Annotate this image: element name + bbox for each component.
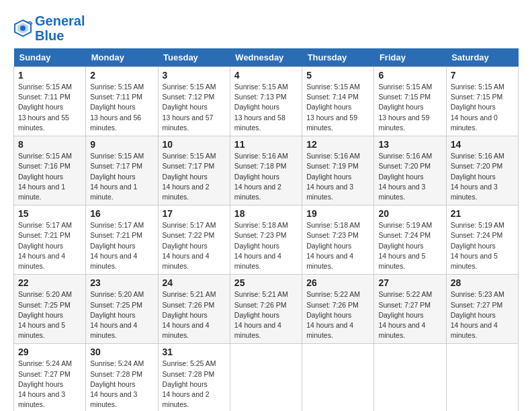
calendar-cell: 28 Sunrise: 5:23 AMSunset: 7:27 PMDaylig… <box>446 275 518 344</box>
calendar-cell: 10 Sunrise: 5:15 AMSunset: 7:17 PMDaylig… <box>158 136 230 205</box>
day-number: 13 <box>378 139 441 150</box>
day-number: 18 <box>234 208 298 219</box>
weekday-header: Tuesday <box>158 48 230 67</box>
calendar-body: 1 Sunrise: 5:15 AMSunset: 7:11 PMDayligh… <box>14 67 519 412</box>
day-number: 19 <box>306 208 369 219</box>
day-info: Sunrise: 5:17 AMSunset: 7:21 PMDaylight … <box>90 220 153 271</box>
day-number: 9 <box>90 139 153 150</box>
day-info: Sunrise: 5:19 AMSunset: 7:24 PMDaylight … <box>378 220 441 271</box>
day-info: Sunrise: 5:25 AMSunset: 7:28 PMDaylight … <box>163 359 226 410</box>
weekday-header: Sunday <box>14 48 86 67</box>
calendar-cell: 19 Sunrise: 5:18 AMSunset: 7:23 PMDaylig… <box>302 205 374 275</box>
calendar-cell: 22 Sunrise: 5:20 AMSunset: 7:25 PMDaylig… <box>14 275 86 344</box>
day-number: 29 <box>18 347 81 357</box>
calendar-table: SundayMondayTuesdayWednesdayThursdayFrid… <box>13 48 519 411</box>
day-info: Sunrise: 5:20 AMSunset: 7:25 PMDaylight … <box>18 289 81 340</box>
day-info: Sunrise: 5:15 AMSunset: 7:15 PMDaylight … <box>378 82 441 133</box>
calendar-header-row: SundayMondayTuesdayWednesdayThursdayFrid… <box>14 48 519 67</box>
calendar-cell: 4 Sunrise: 5:15 AMSunset: 7:13 PMDayligh… <box>230 67 302 136</box>
day-info: Sunrise: 5:18 AMSunset: 7:23 PMDaylight … <box>234 220 298 271</box>
day-info: Sunrise: 5:17 AMSunset: 7:21 PMDaylight … <box>18 220 81 271</box>
day-number: 30 <box>90 347 153 357</box>
calendar-cell: 21 Sunrise: 5:19 AMSunset: 7:24 PMDaylig… <box>446 205 518 275</box>
calendar-cell: 31 Sunrise: 5:25 AMSunset: 7:28 PMDaylig… <box>158 344 230 411</box>
day-number: 7 <box>451 70 514 81</box>
day-info: Sunrise: 5:22 AMSunset: 7:26 PMDaylight … <box>306 289 369 340</box>
calendar-cell: 17 Sunrise: 5:17 AMSunset: 7:22 PMDaylig… <box>158 205 230 275</box>
calendar-cell: 27 Sunrise: 5:22 AMSunset: 7:27 PMDaylig… <box>374 275 446 344</box>
calendar-cell: 29 Sunrise: 5:24 AMSunset: 7:27 PMDaylig… <box>14 344 86 411</box>
day-number: 8 <box>18 139 81 150</box>
calendar-cell: 3 Sunrise: 5:15 AMSunset: 7:12 PMDayligh… <box>158 67 230 136</box>
calendar-cell: 12 Sunrise: 5:16 AMSunset: 7:19 PMDaylig… <box>302 136 374 205</box>
day-info: Sunrise: 5:15 AMSunset: 7:14 PMDaylight … <box>306 82 369 133</box>
calendar-cell: 8 Sunrise: 5:15 AMSunset: 7:16 PMDayligh… <box>14 136 86 205</box>
logo-text: General <box>35 13 85 28</box>
day-info: Sunrise: 5:24 AMSunset: 7:28 PMDaylight … <box>90 359 153 410</box>
calendar-cell: 1 Sunrise: 5:15 AMSunset: 7:11 PMDayligh… <box>14 67 86 136</box>
day-info: Sunrise: 5:21 AMSunset: 7:26 PMDaylight … <box>163 289 226 340</box>
calendar-cell: 30 Sunrise: 5:24 AMSunset: 7:28 PMDaylig… <box>86 344 158 411</box>
calendar-cell: 7 Sunrise: 5:15 AMSunset: 7:15 PMDayligh… <box>446 67 518 136</box>
day-number: 10 <box>163 139 226 150</box>
calendar-cell: 11 Sunrise: 5:16 AMSunset: 7:18 PMDaylig… <box>230 136 302 205</box>
day-number: 5 <box>306 70 369 81</box>
calendar-cell: 26 Sunrise: 5:22 AMSunset: 7:26 PMDaylig… <box>302 275 374 344</box>
day-info: Sunrise: 5:19 AMSunset: 7:24 PMDaylight … <box>451 220 514 271</box>
calendar-week-row: 22 Sunrise: 5:20 AMSunset: 7:25 PMDaylig… <box>14 275 519 344</box>
calendar-cell <box>302 344 374 411</box>
calendar-week-row: 29 Sunrise: 5:24 AMSunset: 7:27 PMDaylig… <box>14 344 519 411</box>
calendar-cell <box>374 344 446 411</box>
calendar-week-row: 1 Sunrise: 5:15 AMSunset: 7:11 PMDayligh… <box>14 67 519 136</box>
calendar-cell: 9 Sunrise: 5:15 AMSunset: 7:17 PMDayligh… <box>86 136 158 205</box>
logo-icon <box>13 19 32 38</box>
calendar-week-row: 8 Sunrise: 5:15 AMSunset: 7:16 PMDayligh… <box>14 136 519 205</box>
day-number: 21 <box>451 208 514 219</box>
svg-point-3 <box>20 26 26 31</box>
day-info: Sunrise: 5:15 AMSunset: 7:11 PMDaylight … <box>18 82 81 133</box>
day-number: 2 <box>90 70 153 81</box>
day-number: 25 <box>234 277 298 288</box>
day-info: Sunrise: 5:16 AMSunset: 7:20 PMDaylight … <box>378 151 441 202</box>
day-number: 28 <box>451 277 514 288</box>
day-info: Sunrise: 5:18 AMSunset: 7:23 PMDaylight … <box>306 220 369 271</box>
day-info: Sunrise: 5:15 AMSunset: 7:11 PMDaylight … <box>90 82 153 133</box>
weekday-header: Friday <box>374 48 446 67</box>
calendar-cell: 5 Sunrise: 5:15 AMSunset: 7:14 PMDayligh… <box>302 67 374 136</box>
calendar-cell: 23 Sunrise: 5:20 AMSunset: 7:25 PMDaylig… <box>86 275 158 344</box>
calendar-cell: 16 Sunrise: 5:17 AMSunset: 7:21 PMDaylig… <box>86 205 158 275</box>
calendar-cell: 6 Sunrise: 5:15 AMSunset: 7:15 PMDayligh… <box>374 67 446 136</box>
logo-text2: Blue <box>35 28 85 43</box>
day-number: 24 <box>163 277 226 288</box>
day-number: 20 <box>378 208 441 219</box>
day-number: 14 <box>451 139 514 150</box>
day-info: Sunrise: 5:15 AMSunset: 7:15 PMDaylight … <box>451 82 514 133</box>
day-info: Sunrise: 5:15 AMSunset: 7:17 PMDaylight … <box>90 151 153 202</box>
day-number: 27 <box>378 277 441 288</box>
day-info: Sunrise: 5:15 AMSunset: 7:13 PMDaylight … <box>234 82 298 133</box>
day-number: 26 <box>306 277 369 288</box>
day-info: Sunrise: 5:15 AMSunset: 7:12 PMDaylight … <box>163 82 226 133</box>
calendar-cell: 25 Sunrise: 5:21 AMSunset: 7:26 PMDaylig… <box>230 275 302 344</box>
day-info: Sunrise: 5:16 AMSunset: 7:20 PMDaylight … <box>451 151 514 202</box>
logo: General Blue <box>13 13 85 43</box>
day-info: Sunrise: 5:24 AMSunset: 7:27 PMDaylight … <box>18 359 81 410</box>
day-number: 11 <box>234 139 298 150</box>
weekday-header: Monday <box>86 48 158 67</box>
page-header: General Blue <box>13 13 519 43</box>
day-number: 3 <box>163 70 226 81</box>
calendar-cell: 13 Sunrise: 5:16 AMSunset: 7:20 PMDaylig… <box>374 136 446 205</box>
day-number: 6 <box>378 70 441 81</box>
calendar-cell <box>230 344 302 411</box>
calendar-cell: 14 Sunrise: 5:16 AMSunset: 7:20 PMDaylig… <box>446 136 518 205</box>
day-info: Sunrise: 5:23 AMSunset: 7:27 PMDaylight … <box>451 289 514 340</box>
day-info: Sunrise: 5:16 AMSunset: 7:18 PMDaylight … <box>234 151 298 202</box>
day-number: 15 <box>18 208 81 219</box>
weekday-header: Thursday <box>302 48 374 67</box>
day-number: 12 <box>306 139 369 150</box>
calendar-cell: 15 Sunrise: 5:17 AMSunset: 7:21 PMDaylig… <box>14 205 86 275</box>
day-info: Sunrise: 5:22 AMSunset: 7:27 PMDaylight … <box>378 289 441 340</box>
day-number: 23 <box>90 277 153 288</box>
calendar-cell: 18 Sunrise: 5:18 AMSunset: 7:23 PMDaylig… <box>230 205 302 275</box>
day-info: Sunrise: 5:15 AMSunset: 7:16 PMDaylight … <box>18 151 81 202</box>
